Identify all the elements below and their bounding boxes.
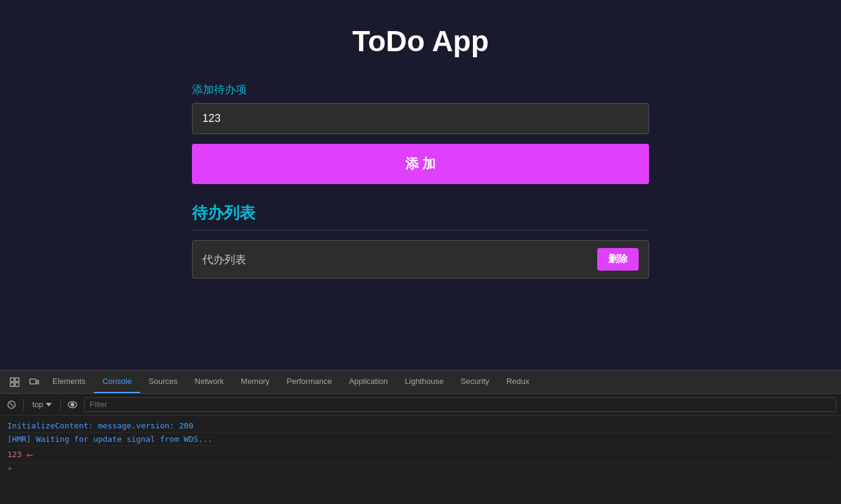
toolbar-divider <box>23 399 24 411</box>
console-output: InitializeContent: message.version: 200 … <box>0 416 841 504</box>
tab-console[interactable]: Console <box>94 371 140 393</box>
svg-rect-4 <box>30 379 36 384</box>
svg-rect-5 <box>37 380 39 384</box>
todo-item-text: 代办列表 <box>202 252 597 267</box>
console-line-3: 123 ← <box>7 446 834 463</box>
todo-input[interactable] <box>192 103 649 134</box>
svg-rect-1 <box>15 378 19 382</box>
devtools-toolbar: top <box>0 394 841 416</box>
devtools-panel: Elements Console Sources Network Memory … <box>0 370 841 504</box>
add-button[interactable]: 添 加 <box>192 144 649 184</box>
device-icon[interactable] <box>24 371 44 393</box>
input-label: 添加待办项 <box>192 82 649 97</box>
devtools-tabs: Elements Console Sources Network Memory … <box>0 371 841 394</box>
svg-rect-3 <box>15 383 19 386</box>
console-prompt <box>7 463 834 474</box>
todo-item: 代办列表 删除 <box>192 240 649 279</box>
app-area: ToDo App 添加待办项 添 加 待办列表 代办列表 删除 <box>0 0 841 370</box>
eye-icon[interactable] <box>66 398 79 411</box>
tab-security[interactable]: Security <box>452 371 498 393</box>
svg-rect-0 <box>10 378 14 382</box>
svg-line-7 <box>10 403 13 406</box>
filter-input[interactable] <box>84 397 836 412</box>
tab-sources[interactable]: Sources <box>140 371 186 393</box>
clear-console-icon[interactable] <box>5 398 18 411</box>
toolbar-divider-2 <box>60 399 61 411</box>
tab-performance[interactable]: Performance <box>278 371 340 393</box>
tab-network[interactable]: Network <box>186 371 233 393</box>
delete-button[interactable]: 删除 <box>597 248 639 271</box>
app-content: 添加待办项 添 加 待办列表 代办列表 删除 <box>192 82 649 285</box>
context-selector[interactable]: top <box>29 399 55 410</box>
tab-application[interactable]: Application <box>341 371 397 393</box>
tab-lighthouse[interactable]: Lighthouse <box>396 371 452 393</box>
console-line-2: [HMR] Waiting for update signal from WDS… <box>7 433 834 446</box>
tab-elements[interactable]: Elements <box>44 371 94 393</box>
console-line-1: InitializeContent: message.version: 200 <box>7 419 834 433</box>
svg-rect-2 <box>10 383 14 386</box>
svg-point-9 <box>71 403 74 406</box>
tab-memory[interactable]: Memory <box>232 371 278 393</box>
list-title: 待办列表 <box>192 202 649 230</box>
inspect-icon[interactable] <box>5 371 24 393</box>
app-title: ToDo App <box>352 24 489 58</box>
tab-redux[interactable]: Redux <box>498 371 538 393</box>
arrow-icon: ← <box>26 448 33 461</box>
